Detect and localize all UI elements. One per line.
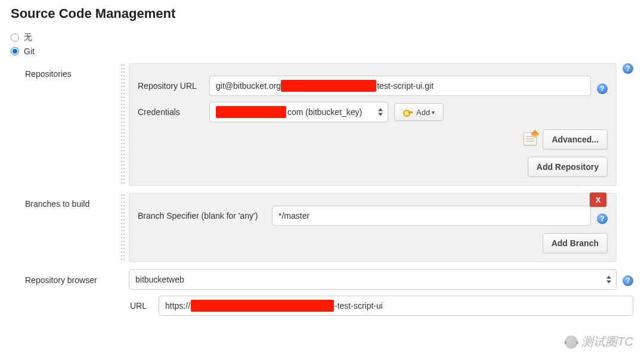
notes-icon	[524, 132, 537, 145]
browser-url-prefix: https://	[165, 301, 190, 311]
add-branch-label: Add Branch	[552, 238, 599, 248]
branches-panel: X Branch Specifier (blank for 'any') */m…	[129, 193, 617, 262]
browser-url-label: URL	[130, 301, 159, 311]
drag-handle-icon[interactable]	[120, 63, 125, 186]
repo-url-value-suffix: test-script-ui.git	[377, 81, 434, 91]
repositories-label: Repositories	[25, 63, 120, 79]
help-icon[interactable]: ?	[623, 275, 633, 286]
radio-icon	[11, 33, 19, 42]
browser-url-input[interactable]: https:// -test-script-ui	[159, 296, 633, 316]
repo-browser-value: bitbucketweb	[135, 275, 184, 284]
repositories-panel: Repository URL git@bitbucket.org test-sc…	[129, 63, 617, 186]
scm-option-git-label: Git	[24, 46, 35, 56]
add-credentials-label: Add	[416, 108, 430, 117]
browser-url-suffix: -test-script-ui	[335, 301, 383, 311]
add-credentials-button[interactable]: Add ▾	[394, 103, 444, 121]
redacted-block	[191, 300, 334, 312]
help-icon[interactable]: ?	[623, 63, 633, 74]
repo-url-label: Repository URL	[138, 81, 209, 91]
repo-browser-select[interactable]: bitbucketweb	[129, 269, 617, 290]
add-branch-button[interactable]: Add Branch	[543, 233, 608, 253]
radio-icon	[11, 47, 19, 55]
section-title: Source Code Management	[11, 6, 633, 21]
scm-option-none[interactable]: 无	[11, 32, 633, 43]
advanced-button[interactable]: Advanced...	[543, 129, 608, 150]
repo-url-value-prefix: git@bitbucket.org	[216, 81, 281, 91]
branch-specifier-input[interactable]: */master	[272, 206, 591, 226]
scm-option-git[interactable]: Git	[11, 46, 633, 56]
close-icon: X	[596, 195, 601, 204]
key-icon	[403, 108, 413, 116]
chevron-updown-icon	[606, 276, 611, 284]
repo-browser-label: Repository browser	[25, 269, 120, 285]
credentials-label: Credentials	[138, 107, 209, 117]
chevron-updown-icon	[378, 108, 383, 116]
redacted-block	[281, 80, 376, 92]
branch-specifier-label: Branch Specifier (blank for 'any')	[138, 211, 272, 221]
repo-url-input[interactable]: git@bitbucket.org test-script-ui.git	[209, 76, 591, 96]
chevron-down-icon: ▾	[432, 109, 435, 116]
add-repository-button[interactable]: Add Repository	[528, 157, 608, 177]
branches-label: Branches to build	[25, 193, 120, 209]
redacted-block	[216, 106, 286, 118]
delete-branch-button[interactable]: X	[590, 193, 606, 207]
scm-option-none-label: 无	[24, 32, 32, 43]
add-repository-label: Add Repository	[537, 162, 599, 172]
help-icon[interactable]: ?	[597, 83, 608, 94]
drag-handle-icon[interactable]	[120, 193, 125, 262]
advanced-button-label: Advanced...	[552, 135, 599, 144]
branch-specifier-value: */master	[278, 211, 309, 221]
credentials-value-suffix: com (bitbucket_key)	[287, 107, 362, 117]
credentials-select[interactable]: com (bitbucket_key)	[209, 102, 388, 122]
help-icon[interactable]: ?	[597, 213, 608, 224]
